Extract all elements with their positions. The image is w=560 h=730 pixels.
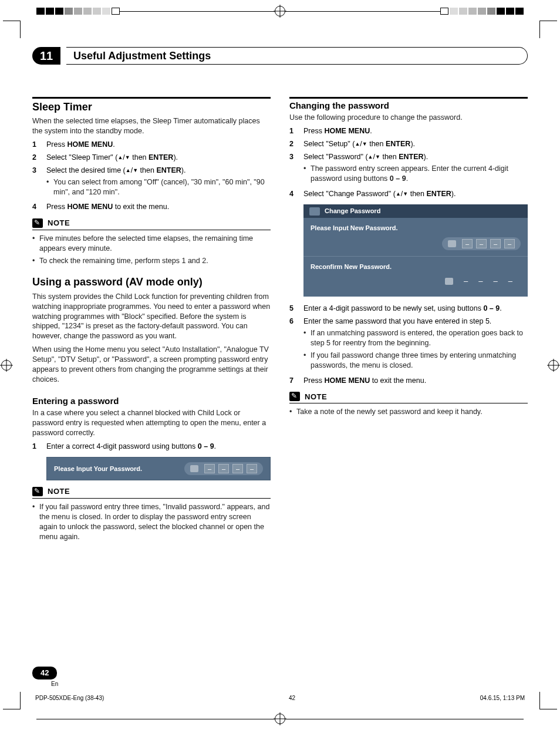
note-icon (289, 392, 300, 401)
password-digit-placeholder: – (491, 276, 500, 287)
using-password-p2: When using the Home menu you select "Aut… (32, 345, 271, 385)
arrow-down-icon (403, 190, 408, 198)
panel-header-title: Change Password (325, 207, 380, 216)
section-title-using-password: Using a password (AV mode only) (32, 275, 271, 289)
chapter-number: 11 (32, 47, 60, 65)
password-digit-placeholder: – (461, 276, 470, 287)
password-digit-box: – (490, 239, 501, 248)
step-text: Enter the same password that you have en… (303, 317, 528, 372)
subsection-title-changing-password: Changing the password (289, 100, 528, 112)
step-bullet: If an unmatching password is entered, th… (303, 328, 528, 348)
password-input-pill: – – – – (184, 462, 263, 475)
note-header: NOTE (32, 486, 271, 499)
note-item: To check the remaining time, perform ste… (32, 256, 271, 266)
note-header: NOTE (32, 218, 271, 230)
arrow-up-icon (117, 153, 123, 162)
keypad-icon (445, 278, 453, 285)
step-text: Enter a correct 4-digit password using b… (46, 442, 271, 452)
crop-mark (539, 21, 557, 38)
page-number: 42 (32, 667, 57, 679)
crop-mark (3, 21, 21, 38)
password-digit-box: – (476, 239, 487, 248)
password-digit-box: – (204, 464, 215, 473)
panel-header-icon (309, 207, 320, 216)
password-digit-box: – (232, 464, 243, 473)
password-digit-placeholder: – (476, 276, 485, 287)
note-label: NOTE (48, 486, 70, 497)
arrow-down-icon (133, 166, 138, 174)
password-digit-box: – (247, 464, 257, 473)
registration-bottom (0, 714, 560, 724)
step-text: Press HOME MENU to exit the menu. (303, 376, 528, 386)
reg-target-icon (275, 714, 285, 724)
registration-top (0, 6, 560, 16)
password-digit-box: – (504, 239, 515, 248)
footer-info: PDP-505XDE-Eng (38-43) 42 04.6.15, 1:13 … (32, 694, 528, 702)
step-text: Enter a 4-digit password to be newly set… (303, 304, 528, 314)
arrow-down-icon (362, 140, 367, 148)
step-text: Press HOME MENU. (303, 126, 528, 136)
keypad-icon (190, 465, 198, 472)
password-input-row: – – – – (445, 276, 521, 287)
reg-target-icon (275, 6, 285, 16)
page-language: En (51, 680, 58, 688)
note-label: NOTE (305, 392, 327, 402)
arrow-up-icon (126, 166, 131, 174)
step-bullet: If you fail password change three times … (303, 351, 528, 371)
step-text: Select "Password" (/ then ENTER). The pa… (303, 152, 528, 186)
step-bullet: You can select from among "Off" (cancel)… (46, 177, 271, 197)
panel-label-reconfirm: Reconfirm New Password. (311, 263, 521, 271)
crop-mark (539, 692, 557, 709)
step-text: Press HOME MENU to exit the menu. (46, 202, 271, 212)
sleep-timer-intro: When the selected time elapses, the Slee… (32, 116, 271, 136)
note-item: Take a note of the newly set password an… (289, 407, 528, 417)
password-digit-box: – (462, 239, 473, 248)
footer-folio: 42 (289, 694, 295, 702)
using-password-p1: This system provides the Child Lock func… (32, 292, 271, 341)
password-panel-label: Please Input Your Password. (54, 465, 142, 473)
chapter-header: 11 Useful Adjustment Settings (32, 47, 528, 65)
keypad-icon (448, 240, 456, 247)
password-entry-panel: Please Input Your Password. – – – – (46, 457, 271, 480)
note-icon (32, 218, 43, 228)
step-text: Select "Sleep Timer" (/ then ENTER). (46, 153, 271, 163)
arrow-down-icon (125, 153, 130, 162)
reg-target-icon (1, 360, 12, 371)
crop-mark (3, 692, 21, 709)
note-icon (32, 487, 43, 496)
section-rule (289, 97, 528, 99)
step-text: Select "Setup" (/ then ENTER). (303, 139, 528, 149)
arrow-up-icon (355, 140, 360, 148)
password-digit-box: – (218, 464, 229, 473)
note-item: If you fail password entry three times, … (32, 502, 271, 542)
note-header: NOTE (289, 392, 528, 404)
footer-doc-id: PDP-505XDE-Eng (38-43) (35, 694, 104, 702)
note-item: Five minutes before the selected time el… (32, 234, 271, 254)
note-label: NOTE (48, 218, 70, 228)
password-digit-placeholder: – (506, 276, 515, 287)
changing-password-intro: Use the following procedure to change th… (289, 113, 528, 123)
entering-password-intro: In a case where you select a channel blo… (32, 408, 271, 438)
password-input-pill: – – – – (442, 237, 521, 250)
panel-label-new: Please Input New Password. (311, 224, 521, 233)
section-title-sleep-timer: Sleep Timer (32, 100, 271, 114)
arrow-down-icon (375, 153, 380, 161)
step-text: Select the desired time (/ then ENTER). … (46, 166, 271, 200)
step-bullet: The password entry screen appears. Enter… (303, 164, 528, 184)
reg-target-icon (548, 360, 559, 371)
arrow-up-icon (396, 190, 401, 198)
chapter-title: Useful Adjustment Settings (66, 47, 528, 65)
change-password-panel: Change Password Please Input New Passwor… (303, 204, 528, 297)
step-text: Select "Change Password" (/ then ENTER). (303, 189, 528, 199)
section-rule (32, 97, 271, 99)
step-text: Press HOME MENU. (46, 140, 271, 150)
footer-datetime: 04.6.15, 1:13 PM (480, 694, 525, 702)
arrow-up-icon (368, 153, 373, 161)
subsection-title-entering-password: Entering a password (32, 395, 271, 407)
